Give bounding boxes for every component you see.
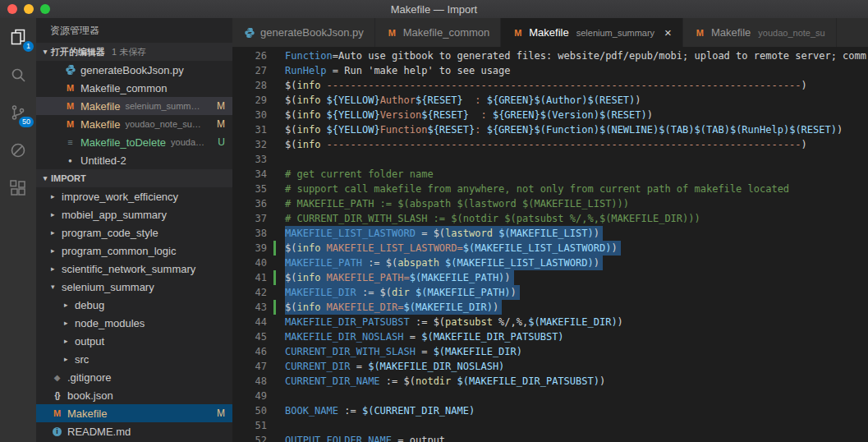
tree-item-folder[interactable]: ▸program_code_style (36, 223, 232, 242)
code-line[interactable]: 51 (232, 418, 868, 433)
code-line[interactable]: 38MAKEFILE_LIST_LASTWORD = $(lastword $(… (232, 226, 868, 241)
token: MAKEFILE_DIR_PATSUBST (285, 316, 410, 328)
folder-name: mobiel_app_summary (62, 209, 167, 221)
open-editor-item[interactable]: ●Untitled-2 (36, 151, 232, 169)
code-line[interactable]: 37# CURRENT_DIR_WITH_SLASH := $(notdir $… (232, 211, 868, 226)
code-line[interactable]: 33 (232, 152, 868, 167)
tree-item-folder[interactable]: ▸improve_work_efficiency (36, 187, 232, 205)
line-number: 30 (232, 108, 267, 122)
editor-tab[interactable]: generateBookJson.py (232, 18, 375, 47)
open-editor-item[interactable]: ≡Makefile_toDeleteyouda…U (36, 133, 232, 151)
code-line[interactable]: 52OUTPUT_FOLDER_NAME = output (232, 433, 868, 442)
title-bar: Makefile — Import (0, 0, 868, 18)
token: CURRENT_DIR_WITH_SLASH (285, 346, 416, 357)
open-editor-label: generateBookJson.py (80, 64, 184, 76)
line-number: 28 (232, 78, 267, 93)
code-line[interactable]: 36# MAKEFILE_PATH := $(abspath $(lastwor… (232, 196, 868, 211)
open-editor-label: Makefile (80, 100, 120, 113)
gutter (267, 93, 285, 108)
tree-item-folder[interactable]: ▾selenium_summary (36, 278, 232, 296)
editor-tab[interactable]: MMakefile selenium_summary× (501, 18, 683, 47)
open-editor-item[interactable]: MMakefileselenium_summ…M (36, 97, 232, 115)
code-line[interactable]: 48CURRENT_DIR_NAME := $(notdir $(MAKEFIL… (232, 374, 868, 389)
tab-label: Makefile (711, 26, 751, 39)
tab-close-icon[interactable]: × (664, 26, 672, 39)
code-line[interactable]: 39$(info MAKEFILE_LIST_LASTWORD=$(MAKEFI… (232, 241, 868, 256)
code-line[interactable]: 34# get current folder name (232, 167, 868, 182)
line-number: 39 (232, 241, 267, 256)
line-number: 46 (232, 344, 267, 359)
token: lastword (445, 228, 493, 239)
code-line[interactable]: 42MAKEFILE_DIR := $(dir $(MAKEFILE_PATH)… (232, 285, 868, 300)
code-text: MAKEFILE_LIST_LASTWORD = $(lastword $(MA… (285, 226, 603, 241)
file-name: README.md (67, 426, 131, 438)
makefile-icon: M (64, 82, 76, 94)
code-line[interactable]: 46CURRENT_DIR_WITH_SLASH = $(MAKEFILE_DI… (232, 344, 868, 359)
open-editors-section-header[interactable]: ▾ 打开的编辑器 1 未保存 (36, 43, 232, 61)
tree-item-folder[interactable]: ▸output (36, 332, 232, 350)
token: : (475, 124, 486, 136)
code-line[interactable]: 29$(info ${YELLOW}Author${RESET} : ${GRE… (232, 93, 868, 108)
code-line[interactable]: 31$(info ${YELLOW}Function${RESET}: ${GR… (232, 122, 868, 137)
activity-item-explorer[interactable]: 1 (0, 18, 36, 56)
vscode-window: Makefile — Import 150 资源管理器 ▾ 打开的编辑器 1 未… (0, 0, 868, 442)
project-section-header[interactable]: ▾ IMPORT (36, 169, 232, 187)
line-number: 47 (232, 359, 267, 374)
line-number: 27 (232, 63, 267, 78)
code-line[interactable]: 40MAKEFILE_PATH := $(abspath $(MAKEFILE_… (232, 256, 868, 270)
tree-item-folder[interactable]: ▸debug (36, 296, 232, 314)
line-number: 37 (232, 211, 267, 226)
code-line[interactable]: 49 (232, 389, 868, 403)
code-editor[interactable]: 26Function=Auto use gitbook to generated… (232, 47, 868, 442)
tree-item-folder[interactable]: ▸mobiel_app_summary (36, 205, 232, 223)
token: Function (380, 124, 428, 136)
code-line[interactable]: 35# support call makefile from anywhere,… (232, 182, 868, 196)
editor-tab[interactable]: MMakefile_common (375, 18, 502, 47)
code-text: MAKEFILE_DIR_NOSLASH = $(MAKEFILE_DIR_PA… (285, 329, 564, 344)
folder-name: output (75, 335, 104, 348)
open-editor-item[interactable]: generateBookJson.py (36, 61, 232, 79)
code-line[interactable]: 27RunHelp = Run 'make help' to see usage (232, 63, 868, 78)
open-editor-item[interactable]: MMakefile_common (36, 79, 232, 97)
tree-item-folder[interactable]: ▸src (36, 350, 232, 368)
code-line[interactable]: 28$(info -------------------------------… (232, 78, 868, 93)
tree-item-folder[interactable]: ▸program_common_logic (36, 242, 232, 260)
code-line[interactable]: 45MAKEFILE_DIR_NOSLASH = $(MAKEFILE_DIR_… (232, 329, 868, 344)
open-editor-item[interactable]: MMakefileyoudao_note_su…M (36, 115, 232, 133)
token: ----------------------------------------… (327, 80, 801, 91)
line-number: 36 (232, 196, 267, 211)
tree-item-file[interactable]: ◆.gitignore (36, 368, 232, 386)
activity-item-extensions[interactable] (0, 169, 36, 207)
code-line[interactable]: 41$(info MAKEFILE_PATH=$(MAKEFILE_PATH)) (232, 270, 868, 285)
code-line[interactable]: 32$(info -------------------------------… (232, 137, 868, 152)
token: : (469, 109, 493, 121)
activity-item-debug[interactable] (0, 131, 36, 169)
close-button[interactable] (7, 4, 17, 14)
tree-item-folder[interactable]: ▸node_modules (36, 314, 232, 332)
code-line[interactable]: 26Function=Auto use gitbook to generated… (232, 48, 868, 63)
tree-item-folder[interactable]: ▸scientific_network_summary (36, 260, 232, 278)
token: $(MAKEFILE_PATH) (410, 272, 505, 283)
code-line[interactable]: 47CURRENT_DIR = $(MAKEFILE_DIR_NOSLASH) (232, 359, 868, 374)
sidebar-title: 资源管理器 (36, 18, 232, 43)
makefile-icon: M (512, 26, 524, 39)
editor-tab[interactable]: MMakefile youdao_note_su (683, 18, 837, 47)
gutter (267, 315, 285, 329)
activity-item-source-control[interactable]: 50 (0, 94, 36, 131)
tab-description: youdao_note_su (755, 28, 824, 38)
tree-item-file[interactable]: MMakefileM (36, 404, 232, 422)
activity-item-search[interactable] (0, 56, 36, 94)
token: MAKEFILE_DIR_NOSLASH (285, 331, 404, 343)
code-line[interactable]: 43$(info MAKEFILE_DIR=$(MAKEFILE_DIR)) (232, 300, 868, 315)
tree-item-file[interactable]: {}book.json (36, 386, 232, 404)
code-line[interactable]: 50BOOK_NAME := $(CURRENT_DIR_NAME) (232, 403, 868, 418)
gutter (267, 329, 285, 344)
token: $( (285, 80, 296, 91)
zoom-button[interactable] (40, 4, 50, 14)
token: $(TAB) (659, 124, 694, 136)
code-line[interactable]: 44MAKEFILE_DIR_PATSUBST := $(patsubst %/… (232, 315, 868, 329)
minimize-button[interactable] (24, 4, 34, 14)
token: $( (380, 287, 392, 298)
code-line[interactable]: 30$(info ${YELLOW}Version${RESET} : ${GR… (232, 108, 868, 122)
tree-item-file[interactable]: iREADME.md (36, 422, 232, 440)
